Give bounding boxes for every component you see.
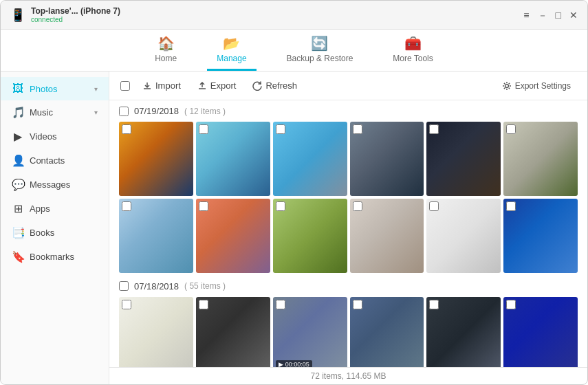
refresh-icon [252,81,262,91]
photo-checkbox[interactable] [122,201,131,211]
sidebar-item-music[interactable]: 🎵 Music ▾ [1,100,109,124]
tab-backup-label: Backup & Restore [287,54,353,63]
sidebar-label-music: Music [30,107,53,118]
device-info: Top-lanse'... (iPhone 7) connected [31,6,120,23]
photo-cell[interactable] [119,122,193,196]
main-layout: 🖼 Photos ▾ 🎵 Music ▾ ▶ Videos 👤 Contacts… [1,72,587,384]
sidebar-label-messages: Messages [30,179,70,190]
photo-cell[interactable] [273,122,347,196]
tab-tools[interactable]: 🧰 More Tools [383,30,442,71]
device-info-section: 📱 Top-lanse'... (iPhone 7) connected [10,6,120,23]
content-area: Import Export Refresh [109,72,587,384]
photo-checkbox[interactable] [276,201,285,211]
chevron-photos: ▾ [94,85,98,93]
sidebar-label-videos: Videos [30,131,57,142]
photo-checkbox[interactable] [199,124,208,134]
export-settings-button[interactable]: Export Settings [497,78,576,94]
sidebar-item-books[interactable]: 📑 Books [1,221,109,245]
photo-cell[interactable] [273,199,347,273]
device-status: connected [31,16,120,23]
photo-checkbox[interactable] [276,300,285,309]
refresh-button[interactable]: Refresh [246,77,304,94]
status-text: 72 items, 114.65 MB [310,371,386,381]
photo-cell[interactable] [119,199,193,273]
date-count-0718: ( 55 items ) [184,281,226,291]
sidebar-item-messages[interactable]: 💬 Messages [1,173,109,197]
date-group-checkbox-0718[interactable] [119,281,129,291]
backup-icon: 🔄 [311,35,328,52]
photo-checkbox[interactable] [122,300,131,309]
photo-cell[interactable] [196,199,270,273]
iphone-icon: 📱 [10,8,25,23]
photo-cell[interactable] [426,122,501,196]
photo-cell[interactable] [503,199,578,273]
photo-checkbox[interactable] [506,300,516,309]
photo-grid-0718: ▶00:00:05 [119,297,578,367]
photo-checkbox[interactable] [429,201,439,211]
books-icon: 📑 [12,226,24,239]
photo-checkbox[interactable] [122,124,131,134]
nav-tabs: 🏠 Home 📂 Manage 🔄 Backup & Restore 🧰 Mor… [1,30,587,72]
photo-grid-0719 [119,122,578,273]
tab-home-label: Home [155,54,177,63]
photo-cell[interactable] [350,199,424,273]
date-header-0718: 07/18/2018 ( 55 items ) [119,281,578,292]
tab-backup[interactable]: 🔄 Backup & Restore [277,30,363,71]
photo-cell[interactable]: ▶00:00:05 [273,297,347,367]
photo-checkbox[interactable] [276,124,285,134]
maximize-button[interactable]: □ [556,10,561,20]
sidebar-item-photos[interactable]: 🖼 Photos ▾ [1,77,109,100]
menu-button[interactable]: ≡ [523,10,529,20]
sidebar-item-videos[interactable]: ▶ Videos [1,124,109,148]
title-bar: 📱 Top-lanse'... (iPhone 7) connected ≡ －… [1,1,587,30]
videos-icon: ▶ [12,130,24,143]
tab-manage[interactable]: 📂 Manage [207,30,256,71]
photo-checkbox[interactable] [506,124,516,134]
select-all-checkbox[interactable] [120,81,130,91]
photo-scroll-area[interactable]: 07/19/2018 ( 12 items ) 07/18/2018 ( 55 … [109,100,587,367]
import-button[interactable]: Import [135,77,188,94]
sidebar-label-photos: Photos [30,84,57,94]
date-group-checkbox-0719[interactable] [119,107,129,116]
photo-cell[interactable] [503,297,578,367]
manage-icon: 📂 [223,35,240,52]
photo-checkbox[interactable] [353,300,362,309]
export-settings-label: Export Settings [515,81,571,91]
close-button[interactable]: ✕ [569,10,578,20]
date-count-0719: ( 12 items ) [184,107,226,116]
sidebar-item-bookmarks[interactable]: 🔖 Bookmarks [1,245,109,269]
photo-cell[interactable] [196,297,270,367]
photo-checkbox[interactable] [199,300,208,309]
photo-cell[interactable] [350,122,424,196]
export-button[interactable]: Export [190,77,243,94]
photo-cell[interactable] [503,122,578,196]
tools-icon: 🧰 [404,35,422,52]
photo-checkbox[interactable] [353,124,362,134]
photos-icon: 🖼 [12,82,24,95]
sidebar-item-contacts[interactable]: 👤 Contacts [1,148,109,173]
gear-icon [502,81,512,91]
photo-checkbox[interactable] [429,300,439,309]
photo-cell[interactable] [119,297,193,367]
sidebar-item-apps[interactable]: ⊞ Apps [1,197,109,221]
status-bar: 72 items, 114.65 MB [109,367,587,384]
date-header-0719: 07/19/2018 ( 12 items ) [119,106,578,116]
bookmarks-icon: 🔖 [12,250,24,263]
sidebar: 🖼 Photos ▾ 🎵 Music ▾ ▶ Videos 👤 Contacts… [1,72,109,384]
photo-checkbox[interactable] [429,124,439,134]
photo-checkbox[interactable] [199,201,208,211]
photo-checkbox[interactable] [353,201,362,211]
photo-cell[interactable] [196,122,270,196]
minimize-button[interactable]: － [538,10,547,20]
photo-cell[interactable] [350,297,424,367]
svg-point-0 [505,84,508,87]
tab-manage-label: Manage [217,54,246,63]
toolbar: Import Export Refresh [109,72,587,100]
home-icon: 🏠 [157,35,175,52]
tab-home[interactable]: 🏠 Home [145,30,186,71]
photo-cell[interactable] [426,297,501,367]
chevron-music: ▾ [94,109,98,116]
export-label: Export [210,80,237,91]
photo-cell[interactable] [426,199,501,273]
photo-checkbox[interactable] [506,201,516,211]
